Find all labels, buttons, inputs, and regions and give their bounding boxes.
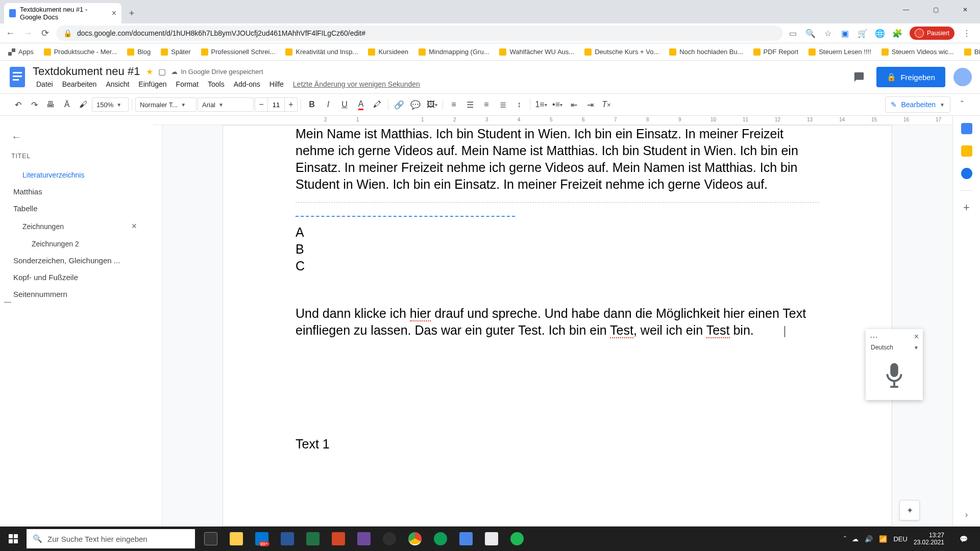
outline-item[interactable]: Kopf- und Fußzeile xyxy=(11,269,147,286)
docs-logo-icon[interactable] xyxy=(8,68,27,86)
italic-button[interactable]: I xyxy=(321,97,336,112)
task-view-button[interactable] xyxy=(198,527,224,551)
outline-item[interactable]: Matthias xyxy=(11,183,147,200)
onedrive-tray-icon[interactable]: ☁ xyxy=(852,535,859,543)
image-insert-button[interactable]: 🖼▾ xyxy=(424,97,439,112)
explore-button[interactable]: ✦ xyxy=(899,500,920,520)
font-size-value[interactable]: 11 xyxy=(267,98,285,111)
menu-format[interactable]: Format xyxy=(173,79,202,89)
print-button[interactable]: 🖶 xyxy=(43,97,58,112)
indent-decrease-button[interactable]: ⇤ xyxy=(566,97,581,112)
obs-taskbar-icon[interactable] xyxy=(377,527,402,551)
comment-insert-button[interactable]: 💬 xyxy=(408,97,423,112)
bookmark-item[interactable]: Noch hochladen Bu... xyxy=(665,46,747,58)
indent-increase-button[interactable]: ⇥ xyxy=(582,97,598,112)
star-icon[interactable]: ★ xyxy=(146,67,153,77)
document-paragraph[interactable]: Mein Name ist Matthias. Ich bin Student … xyxy=(296,126,819,193)
outline-item[interactable]: Zeichnungen 2 xyxy=(11,236,147,252)
menu-einfuegen[interactable]: Einfügen xyxy=(135,79,170,89)
align-left-button[interactable]: ≡ xyxy=(446,97,461,112)
outline-item[interactable]: Literaturverzeichnis xyxy=(11,167,147,183)
voice-menu-icon[interactable]: ⋯ xyxy=(870,332,878,342)
account-avatar[interactable] xyxy=(953,68,972,86)
profile-paused-badge[interactable]: Pausiert xyxy=(910,27,954,40)
notifications-button[interactable]: 💬 xyxy=(952,527,975,551)
app-taskbar-icon[interactable] xyxy=(351,527,377,551)
tray-expand-icon[interactable]: ˆ xyxy=(844,535,846,543)
outline-item[interactable]: Sonderzeichen, Gleichungen ... xyxy=(11,252,147,269)
outline-remove-icon[interactable]: × xyxy=(131,221,145,232)
undo-button[interactable]: ↶ xyxy=(10,97,26,112)
language-indicator[interactable]: DEU xyxy=(893,535,907,543)
bold-button[interactable]: B xyxy=(304,97,320,112)
add-addon-button[interactable]: + xyxy=(961,202,972,213)
align-center-button[interactable]: ☰ xyxy=(462,97,478,112)
zoom-icon[interactable]: 🔍 xyxy=(805,28,816,38)
spellcheck-button[interactable]: Ä xyxy=(59,97,75,112)
close-tab-icon[interactable]: × xyxy=(112,9,116,18)
font-size-decrease[interactable]: − xyxy=(255,100,267,109)
close-window-button[interactable]: ✕ xyxy=(950,0,980,19)
bookmark-item[interactable]: Blog xyxy=(123,46,155,58)
puzzle-icon[interactable]: 🧩 xyxy=(892,28,902,38)
cart-ext-icon[interactable]: 🛒 xyxy=(857,28,868,38)
text-color-button[interactable]: A xyxy=(353,97,369,112)
bookmark-item[interactable]: Büro xyxy=(960,46,980,58)
document-line[interactable]: C xyxy=(296,258,819,274)
vertical-ruler[interactable] xyxy=(153,125,162,527)
comments-button[interactable] xyxy=(850,68,868,86)
reader-icon[interactable]: ▣ xyxy=(840,28,850,38)
apps-bookmark[interactable]: Apps xyxy=(4,46,38,58)
bookmark-item[interactable]: Deutsche Kurs + Vo... xyxy=(580,46,663,58)
bookmark-item[interactable]: Kreativität und Insp... xyxy=(281,46,362,58)
bookmark-item[interactable]: Später xyxy=(157,46,194,58)
edge-taskbar-icon[interactable]: 99+ xyxy=(249,527,275,551)
link-button[interactable]: 🔗 xyxy=(391,97,407,112)
numbered-list-button[interactable]: 1≡▾ xyxy=(533,97,549,112)
spell-error[interactable]: Test xyxy=(706,323,730,338)
bookmark-item[interactable]: PDF Report xyxy=(749,46,803,58)
redo-button[interactable]: ↷ xyxy=(27,97,42,112)
line-spacing-button[interactable]: ↕ xyxy=(511,97,527,112)
tasks-addon-icon[interactable] xyxy=(961,168,972,179)
paragraph-style-select[interactable]: Normaler T...▼ xyxy=(135,97,197,112)
menu-tools[interactable]: Tools xyxy=(204,79,228,89)
outline-item[interactable]: Seitennummern xyxy=(11,286,147,303)
bookmark-item[interactable]: Professionell Schrei... xyxy=(197,46,280,58)
zoom-select[interactable]: 150%▼ xyxy=(92,97,129,112)
address-bar[interactable]: 🔒 docs.google.com/document/d/1hUH8k6h7Lb… xyxy=(56,26,783,41)
chrome-taskbar-icon[interactable] xyxy=(402,527,428,551)
star-icon[interactable]: ☆ xyxy=(823,28,833,38)
menu-hilfe[interactable]: Hilfe xyxy=(266,79,287,89)
document-line[interactable]: A xyxy=(296,224,819,241)
collapse-toolbar-button[interactable]: ˆ xyxy=(954,97,970,112)
back-button[interactable]: ← xyxy=(4,27,16,39)
spotify-taskbar-icon[interactable] xyxy=(504,527,530,551)
bookmark-item[interactable]: Wahlfächer WU Aus... xyxy=(495,46,578,58)
forward-button[interactable]: → xyxy=(21,27,34,39)
editing-mode-select[interactable]: ✎ Bearbeiten ▼ xyxy=(885,96,950,113)
align-justify-button[interactable]: ≣ xyxy=(495,97,510,112)
document-title[interactable]: Textdokument neu #1 xyxy=(33,65,140,78)
move-icon[interactable]: ▢ xyxy=(158,67,166,77)
cast-icon[interactable]: ▭ xyxy=(788,28,798,38)
outline-back-button[interactable]: ← xyxy=(11,131,21,143)
document-paragraph[interactable]: Und dann klicke ich hier drauf und sprec… xyxy=(296,305,819,339)
start-button[interactable] xyxy=(0,527,27,551)
menu-addons[interactable]: Add-ons xyxy=(230,79,264,89)
word-taskbar-icon[interactable] xyxy=(275,527,300,551)
font-select[interactable]: Arial▼ xyxy=(198,97,254,112)
explorer-taskbar-icon[interactable] xyxy=(224,527,249,551)
voice-close-icon[interactable]: × xyxy=(914,332,919,342)
globe-ext-icon[interactable]: 🌐 xyxy=(875,28,885,38)
menu-bearbeiten[interactable]: Bearbeiten xyxy=(59,79,101,89)
voice-mic-button[interactable] xyxy=(866,354,923,400)
browser-menu-icon[interactable]: ⋮ xyxy=(962,28,972,38)
volume-tray-icon[interactable]: 🔊 xyxy=(865,535,873,543)
spell-error[interactable]: Test xyxy=(610,323,633,338)
underline-button[interactable]: U xyxy=(337,97,352,112)
powerpoint-taskbar-icon[interactable] xyxy=(326,527,351,551)
voice-language-select[interactable]: Deutsch ▼ xyxy=(866,343,923,354)
app2-taskbar-icon[interactable] xyxy=(453,527,479,551)
taskbar-clock[interactable]: 13:27 23.02.2021 xyxy=(914,532,946,546)
